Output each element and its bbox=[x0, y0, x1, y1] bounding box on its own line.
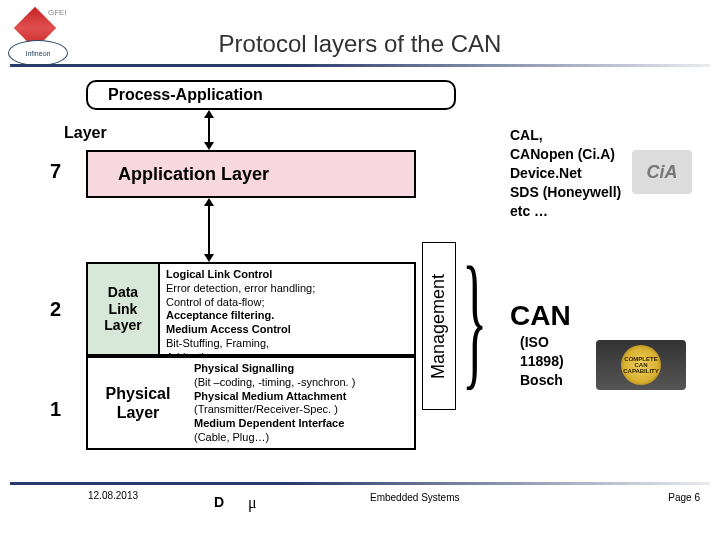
example-cal: CAL, bbox=[510, 126, 621, 145]
footer-date: 12.08.2013 bbox=[88, 490, 138, 501]
layer-number-7: 7 bbox=[50, 160, 61, 183]
title-underline bbox=[10, 64, 710, 67]
llc-line-2: Control of data-flow; bbox=[166, 296, 408, 310]
arrow-app-to-data bbox=[208, 204, 210, 256]
complete-can-capability-logo: COMPLETE CAN CAPABILITY bbox=[596, 340, 686, 390]
phys-med-line: (Transmitter/Receiver-Spec. ) bbox=[194, 403, 408, 417]
can-sublabel: (ISO 11898) Bosch bbox=[520, 333, 564, 390]
process-application-label: Process-Application bbox=[108, 86, 263, 104]
application-layer-box: Application Layer bbox=[86, 150, 416, 198]
management-bar: Management bbox=[422, 242, 456, 410]
can-sub-2: 11898) bbox=[520, 352, 564, 371]
brace-icon: } bbox=[462, 244, 487, 394]
phys-med-heading: Physical Medium Attachment bbox=[194, 390, 408, 404]
physical-left-label: Physical Layer bbox=[88, 358, 188, 448]
arrow-proc-to-app bbox=[208, 116, 210, 144]
logo-tag: GFEI bbox=[48, 8, 67, 17]
example-canopen: CANopen (Ci.A) bbox=[510, 145, 621, 164]
llc-heading: Logical Link Control bbox=[166, 268, 408, 282]
llc-line-3: Acceptance filtering. bbox=[166, 309, 408, 323]
application-examples: CAL, CANopen (Ci.A) Device.Net SDS (Hone… bbox=[510, 126, 621, 220]
phys-sig-line: (Bit –coding, -timing, -synchron. ) bbox=[194, 376, 408, 390]
example-etc: etc … bbox=[510, 202, 621, 221]
footer-center: Embedded Systems bbox=[370, 492, 460, 503]
footer-page: Page 6 bbox=[668, 492, 700, 503]
phys-sig-heading: Physical Signalling bbox=[194, 362, 408, 376]
can-label: CAN bbox=[510, 300, 571, 332]
footer-line bbox=[10, 482, 710, 485]
ccc-logo-inner: COMPLETE CAN CAPABILITY bbox=[621, 345, 661, 385]
layer-number-1: 1 bbox=[50, 398, 61, 421]
phys-mdi-line: (Cable, Plug…) bbox=[194, 431, 408, 445]
application-layer-label: Application Layer bbox=[118, 164, 269, 185]
footer-d: D bbox=[214, 494, 224, 510]
data-link-layer-box: Data Link Layer Logical Link Control Err… bbox=[86, 262, 416, 356]
can-sub-1: (ISO bbox=[520, 333, 564, 352]
mac-line-1: Bit-Stuffing, Framing, bbox=[166, 337, 408, 351]
cia-logo: CiA bbox=[632, 150, 692, 194]
example-devicenet: Device.Net bbox=[510, 164, 621, 183]
example-sds: SDS (Honeywell) bbox=[510, 183, 621, 202]
physical-layer-box: Physical Layer Physical Signalling (Bit … bbox=[86, 356, 416, 450]
management-label: Management bbox=[429, 273, 450, 378]
footer-mu: μ bbox=[248, 494, 257, 512]
process-application-box: Process-Application bbox=[86, 80, 456, 110]
physical-details: Physical Signalling (Bit –coding, -timin… bbox=[188, 358, 414, 448]
phys-mdi-heading: Medium Dependent Interface bbox=[194, 417, 408, 431]
layer-number-2: 2 bbox=[50, 298, 61, 321]
data-link-details: Logical Link Control Error detection, er… bbox=[160, 264, 414, 354]
llc-line-1: Error detection, error handling; bbox=[166, 282, 408, 296]
data-link-left-label: Data Link Layer bbox=[88, 264, 160, 354]
mac-heading: Medium Access Control bbox=[166, 323, 408, 337]
can-sub-3: Bosch bbox=[520, 371, 564, 390]
layer-heading: Layer bbox=[64, 124, 107, 142]
slide-title: Protocol layers of the CAN bbox=[0, 30, 720, 58]
